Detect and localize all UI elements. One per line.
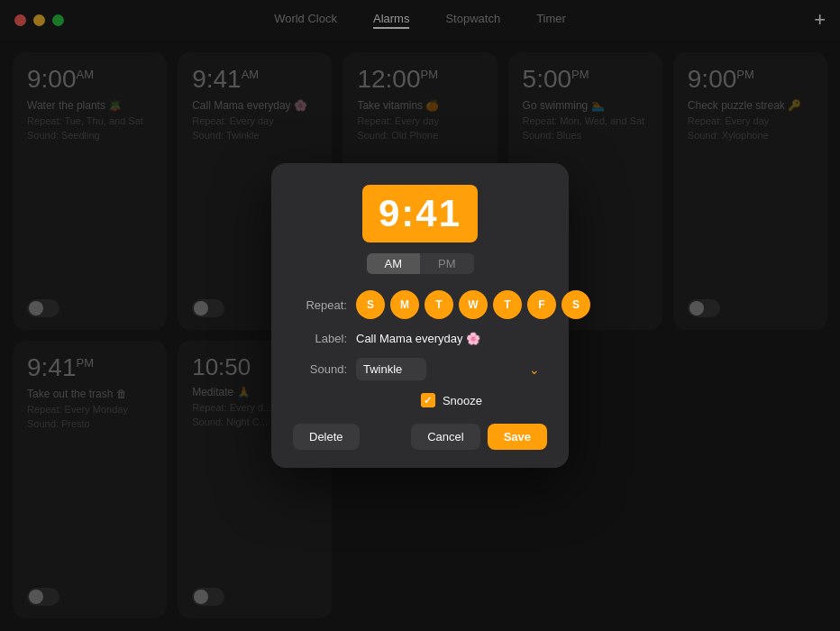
sound-select-wrapper: Twinkle Seedling Old Phone Blues Xylopho…	[356, 358, 547, 380]
delete-button[interactable]: Delete	[293, 424, 360, 450]
am-pm-selector: AM PM	[293, 253, 547, 274]
time-display: 9:41	[293, 185, 547, 242]
cancel-button[interactable]: Cancel	[411, 424, 479, 450]
snooze-checkbox[interactable]	[421, 393, 435, 407]
pm-button[interactable]: PM	[420, 253, 474, 274]
label-input[interactable]	[356, 332, 547, 345]
day-wednesday[interactable]: W	[459, 290, 488, 319]
sound-row: Sound: Twinkle Seedling Old Phone Blues …	[293, 358, 547, 380]
repeat-row: Repeat: S M T W T F S	[293, 290, 547, 319]
repeat-label: Repeat:	[293, 298, 347, 312]
day-tuesday[interactable]: T	[425, 290, 453, 319]
save-button[interactable]: Save	[488, 424, 547, 450]
sound-select[interactable]: Twinkle Seedling Old Phone Blues Xylopho…	[356, 358, 426, 380]
day-saturday[interactable]: S	[562, 290, 590, 319]
right-buttons: Cancel Save	[411, 424, 547, 450]
edit-alarm-modal: 9:41 AM PM Repeat: S M T W T F S Label:	[271, 163, 569, 468]
label-field-label: Label:	[293, 332, 347, 345]
day-sunday[interactable]: S	[356, 290, 385, 319]
am-button[interactable]: AM	[367, 253, 421, 274]
day-monday[interactable]: M	[390, 290, 419, 319]
time-value[interactable]: 9:41	[362, 185, 478, 242]
day-thursday[interactable]: T	[493, 290, 522, 319]
snooze-label: Snooze	[443, 394, 482, 407]
days-row: S M T W T F S	[356, 290, 590, 319]
modal-actions: Delete Cancel Save	[293, 424, 547, 450]
label-row: Label:	[293, 332, 547, 345]
sound-field-label: Sound:	[293, 362, 347, 376]
day-friday[interactable]: F	[527, 290, 556, 319]
snooze-row: Snooze	[293, 393, 547, 407]
modal-overlay: 9:41 AM PM Repeat: S M T W T F S Label:	[0, 0, 840, 631]
